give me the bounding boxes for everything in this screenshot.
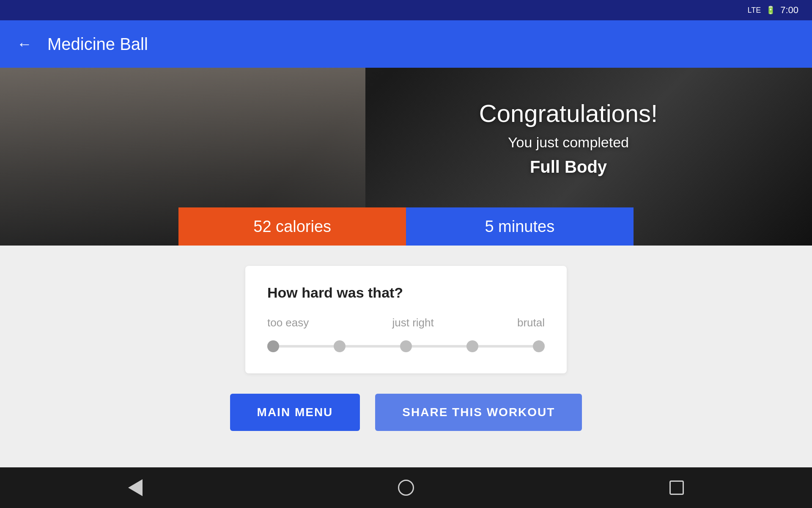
stats-bar: 52 calories 5 minutes <box>178 207 633 246</box>
difficulty-card: How hard was that? too easy just right b… <box>245 266 567 373</box>
home-circle-icon <box>398 480 414 496</box>
main-content: How hard was that? too easy just right b… <box>0 246 812 467</box>
battery-icon: 🔋 <box>766 6 775 15</box>
app-bar: ← Medicine Ball <box>0 20 812 68</box>
back-button[interactable]: ← <box>17 35 32 53</box>
main-menu-button[interactable]: MAIN MENU <box>230 394 360 431</box>
slider-dot-2 <box>334 340 346 352</box>
calories-stat: 52 calories <box>178 207 406 246</box>
time-display: 7:00 <box>780 5 798 16</box>
difficulty-slider[interactable] <box>267 338 545 355</box>
workout-name: Full Body <box>530 157 607 177</box>
minutes-stat: 5 minutes <box>406 207 634 246</box>
congrats-text: Congratulations! <box>479 99 658 127</box>
hero-section: Congratulations! You just completed Full… <box>0 68 812 246</box>
action-buttons: MAIN MENU SHARE THIS WORKOUT <box>230 394 582 431</box>
slider-dot-5 <box>533 340 545 352</box>
slider-dot-4 <box>466 340 478 352</box>
difficulty-question: How hard was that? <box>267 284 545 301</box>
lte-icon: LTE <box>747 6 761 15</box>
slider-dot-3 <box>400 340 412 352</box>
app-bar-title: Medicine Ball <box>47 35 148 54</box>
difficulty-labels: too easy just right brutal <box>267 316 545 329</box>
share-workout-button[interactable]: SHARE THIS WORKOUT <box>375 394 582 431</box>
recents-square-icon <box>669 480 684 495</box>
slider-dots <box>267 340 545 352</box>
nav-bar <box>0 467 812 508</box>
hero-content: Congratulations! You just completed Full… <box>325 68 812 207</box>
nav-back-button[interactable] <box>123 475 148 500</box>
label-easy: too easy <box>267 316 309 329</box>
completed-text: You just completed <box>508 134 629 151</box>
label-middle: just right <box>392 316 433 329</box>
nav-recents-button[interactable] <box>664 475 689 500</box>
slider-track <box>267 345 545 348</box>
status-bar: LTE 🔋 7:00 <box>0 0 812 20</box>
label-hard: brutal <box>517 316 545 329</box>
back-triangle-icon <box>128 479 143 496</box>
nav-home-button[interactable] <box>393 475 419 500</box>
slider-dot-1 <box>267 340 279 352</box>
